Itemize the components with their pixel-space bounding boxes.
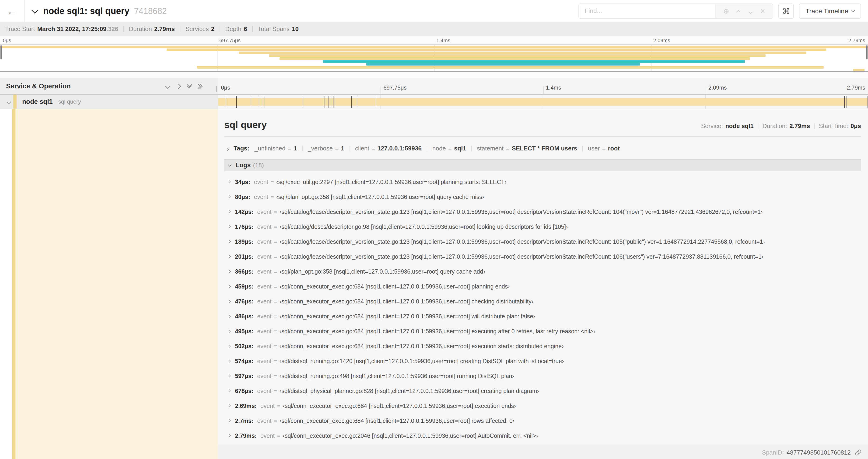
log-entry-row[interactable]: 486μs:event=‹sql/conn_executor_exec.go:6… bbox=[224, 309, 861, 324]
log-marker-tick[interactable] bbox=[259, 96, 259, 108]
log-marker-tick[interactable] bbox=[357, 96, 357, 108]
log-marker-tick[interactable] bbox=[226, 96, 226, 108]
log-entry-row[interactable]: 201μs:event=‹sql/catalog/lease/descripto… bbox=[224, 249, 861, 264]
span-id-value: 4877749850101760812 bbox=[786, 449, 851, 456]
log-marker-tick[interactable] bbox=[333, 96, 334, 108]
ruler-time-label: 2.79ms bbox=[847, 85, 865, 91]
minimap-time-label: 697.75μs bbox=[219, 38, 241, 44]
log-entry-row[interactable]: 366μs:event=‹sql/plan_opt.go:358 [nsql1,… bbox=[224, 264, 861, 279]
log-entry-row[interactable]: 574μs:event=‹sql/distsql_running.go:1420… bbox=[224, 354, 861, 368]
meta-divider bbox=[814, 123, 814, 129]
span-detail-title: sql query bbox=[224, 120, 267, 130]
log-entry-row[interactable]: 176μs:event=‹sql/catalog/descs/descripto… bbox=[224, 219, 861, 234]
log-value: ‹sql/conn_executor_exec.go:684 [nsql1,cl… bbox=[280, 343, 563, 350]
minimap-left-handle[interactable] bbox=[0, 45, 2, 59]
log-entry-row[interactable]: 476μs:event=‹sql/conn_executor_exec.go:6… bbox=[224, 294, 861, 309]
trace-id: 7418682 bbox=[134, 6, 167, 16]
log-entry-row[interactable]: 142μs:event=‹sql/catalog/lease/descripto… bbox=[224, 204, 861, 219]
page-header: ← node sql1: sql query 7418682 ⊕ × ⌘ Tra… bbox=[0, 0, 868, 22]
collapse-deep-icon[interactable] bbox=[187, 85, 191, 88]
logs-section-header[interactable]: Logs (18) bbox=[224, 159, 861, 171]
log-marker-tick[interactable] bbox=[303, 96, 303, 108]
log-marker-tick[interactable] bbox=[351, 96, 352, 108]
log-value: ‹sql/conn_executor_exec.go:684 [nsql1,cl… bbox=[280, 328, 595, 335]
deep-link-icon[interactable] bbox=[855, 449, 862, 456]
log-equals: = bbox=[277, 432, 280, 439]
locate-icon[interactable]: ⊕ bbox=[720, 7, 732, 15]
tag-item: _verbose=1 bbox=[308, 145, 344, 152]
log-entry-row[interactable]: 2.7ms:event=‹sql/conn_executor_exec.go:6… bbox=[224, 413, 861, 428]
chevron-right-icon bbox=[227, 285, 231, 288]
log-entry-row[interactable]: 2.79ms:event=‹sql/conn_executor_exec.go:… bbox=[224, 428, 861, 443]
log-marker-tick[interactable] bbox=[331, 96, 331, 108]
back-button[interactable]: ← bbox=[0, 0, 25, 22]
minimap-span-bar bbox=[366, 63, 640, 66]
tag-equals: = bbox=[448, 145, 452, 152]
chevron-right-icon bbox=[227, 345, 231, 348]
span-detail-header: sql query Service:node sql1Duration:2.79… bbox=[224, 120, 861, 130]
trace-view-select[interactable]: Trace Timeline bbox=[799, 3, 861, 19]
log-timestamp: 142μs: bbox=[235, 208, 253, 215]
span-duration-bar[interactable] bbox=[218, 98, 868, 106]
expand-one-icon[interactable] bbox=[177, 85, 180, 88]
tag-divider bbox=[349, 146, 350, 151]
chevron-right-icon bbox=[227, 240, 231, 243]
log-entry-row[interactable]: 80μs:event=‹sql/plan_opt.go:358 [nsql1,c… bbox=[224, 189, 861, 204]
span-row-name-column[interactable]: node sql1 sql query bbox=[0, 95, 218, 109]
tag-item: client=127.0.0.1:59936 bbox=[355, 145, 422, 152]
log-marker-tick[interactable] bbox=[844, 96, 845, 108]
log-marker-tick[interactable] bbox=[335, 96, 335, 108]
column-resize-grip[interactable] bbox=[214, 86, 217, 92]
trace-info-item: Duration2.79ms bbox=[129, 25, 175, 33]
service-operation-title: Service & Operation bbox=[6, 82, 71, 90]
log-entry-row[interactable]: 495μs:event=‹sql/conn_executor_exec.go:6… bbox=[224, 324, 861, 339]
log-field-name: event bbox=[260, 402, 275, 409]
log-equals: = bbox=[274, 358, 277, 365]
span-color-strip bbox=[13, 95, 17, 109]
log-marker-tick[interactable] bbox=[251, 96, 251, 108]
chevron-down-icon[interactable] bbox=[7, 100, 11, 104]
minimap-right-handle[interactable] bbox=[866, 45, 868, 59]
log-entry-row[interactable]: 502μs:event=‹sql/conn_executor_exec.go:6… bbox=[224, 339, 861, 354]
ruler-time-label: 1.4ms bbox=[546, 85, 561, 91]
expand-all-icon[interactable] bbox=[198, 85, 202, 88]
log-field-name: event bbox=[257, 223, 271, 230]
log-equals: = bbox=[274, 418, 277, 424]
tag-value: SELECT * FROM users bbox=[512, 145, 577, 152]
log-entry-row[interactable]: 34μs:event=‹sql/exec_util.go:2297 [nsql1… bbox=[224, 174, 861, 189]
log-timestamp: 2.69ms: bbox=[235, 402, 257, 409]
log-timestamp: 366μs: bbox=[235, 268, 253, 275]
span-row-timeline[interactable] bbox=[218, 95, 868, 109]
trace-title-group[interactable]: node sql1: sql query 7418682 bbox=[32, 6, 167, 16]
keyboard-shortcuts-button[interactable]: ⌘ bbox=[778, 3, 794, 19]
next-match-icon[interactable] bbox=[744, 7, 756, 15]
minimap-span-bar bbox=[323, 60, 745, 63]
log-marker-tick[interactable] bbox=[236, 96, 237, 108]
log-value: ‹sql/conn_executor_exec.go:684 [nsql1,cl… bbox=[280, 298, 533, 305]
tags-row[interactable]: Tags: _unfinished=1_verbose=1client=127.… bbox=[224, 145, 861, 152]
log-entry-row[interactable]: 597μs:event=‹sql/distsql_running.go:498 … bbox=[224, 368, 861, 384]
log-marker-tick[interactable] bbox=[846, 96, 847, 108]
span-row[interactable]: node sql1 sql query bbox=[0, 95, 868, 109]
log-marker-tick[interactable] bbox=[329, 96, 329, 108]
info-value: 10 bbox=[292, 25, 299, 33]
tree-left-margin bbox=[0, 109, 12, 459]
log-marker-tick[interactable] bbox=[262, 96, 262, 108]
clear-find-icon[interactable]: × bbox=[756, 6, 769, 16]
minimap-canvas[interactable] bbox=[0, 44, 868, 72]
trace-info-item: Depth6 bbox=[225, 25, 247, 33]
log-entry-row[interactable]: 189μs:event=‹sql/catalog/lease/descripto… bbox=[224, 234, 861, 249]
log-entry-row[interactable]: 2.69ms:event=‹sql/conn_executor_exec.go:… bbox=[224, 398, 861, 413]
log-equals: = bbox=[274, 298, 277, 305]
log-entry-row[interactable]: 459μs:event=‹sql/conn_executor_exec.go:6… bbox=[224, 279, 861, 294]
log-marker-tick[interactable] bbox=[376, 96, 376, 108]
log-marker-tick[interactable] bbox=[324, 96, 325, 108]
minimap-gap bbox=[0, 72, 868, 78]
log-marker-tick[interactable] bbox=[265, 96, 265, 108]
log-equals: = bbox=[274, 388, 277, 394]
find-input[interactable] bbox=[579, 4, 715, 18]
collapse-all-icon[interactable] bbox=[166, 85, 169, 88]
tag-key: statement bbox=[477, 145, 503, 152]
prev-match-icon[interactable] bbox=[732, 7, 744, 15]
log-entry-row[interactable]: 678μs:event=‹sql/distsql_physical_planne… bbox=[224, 384, 861, 398]
